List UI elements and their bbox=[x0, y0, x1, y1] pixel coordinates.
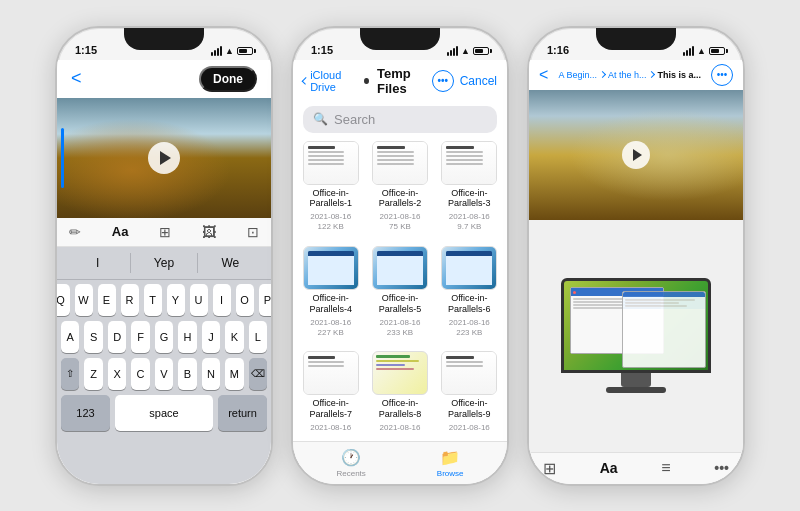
key-f[interactable]: F bbox=[131, 321, 149, 353]
p1-sticker-icon[interactable]: ⊡ bbox=[247, 224, 259, 240]
breadcrumb-chevron-2 bbox=[648, 71, 655, 78]
suggestion-i[interactable]: I bbox=[65, 253, 131, 273]
key-space[interactable]: space bbox=[115, 395, 213, 431]
p1-play-button[interactable] bbox=[148, 142, 180, 174]
file-item-6[interactable]: Office-in-Parallels-6 2021-08-16223 KB bbox=[438, 246, 501, 345]
p2-tab-recents[interactable]: 🕐 Recents bbox=[336, 448, 365, 478]
key-d[interactable]: D bbox=[108, 321, 126, 353]
key-v[interactable]: V bbox=[155, 358, 173, 390]
signal-icon-1 bbox=[211, 46, 222, 56]
file-item-7[interactable]: Office-in-Parallels-7 2021-08-16 bbox=[299, 351, 362, 440]
p3-play-button[interactable] bbox=[622, 141, 650, 169]
suggestion-we[interactable]: We bbox=[198, 253, 263, 273]
file-item-5[interactable]: Office-in-Parallels-5 2021-08-16233 KB bbox=[368, 246, 431, 345]
play-triangle-icon-3 bbox=[633, 149, 642, 161]
p3-more-button[interactable]: ••• bbox=[711, 64, 733, 86]
battery-icon-3 bbox=[709, 47, 725, 55]
key-c[interactable]: C bbox=[131, 358, 149, 390]
key-o[interactable]: O bbox=[236, 284, 254, 316]
p3-aa-button[interactable]: Aa bbox=[600, 460, 618, 476]
phone-3: 1:16 ▲ < A Begin... At the h... This is … bbox=[527, 26, 745, 486]
key-q[interactable]: Q bbox=[57, 284, 70, 316]
file-item-1[interactable]: Office-in-Parallels-1 2021-08-16122 KB bbox=[299, 141, 362, 240]
file-item-2[interactable]: Office-in-Parallels-2 2021-08-1675 KB bbox=[368, 141, 431, 240]
p1-video-area bbox=[57, 98, 271, 218]
p2-back-button[interactable]: iCloud Drive bbox=[303, 69, 360, 93]
phone-1-content: < Done ✏ Aa ⊞ 🖼 ⊡ I Yep We bbox=[57, 60, 271, 484]
key-u[interactable]: U bbox=[190, 284, 208, 316]
p1-aa-icon[interactable]: Aa bbox=[112, 224, 129, 239]
p2-browse-label: Browse bbox=[437, 469, 464, 478]
suggestion-yep[interactable]: Yep bbox=[131, 253, 197, 273]
key-t[interactable]: T bbox=[144, 284, 162, 316]
file-name-2: Office-in-Parallels-2 bbox=[379, 188, 422, 210]
p3-header: < A Begin... At the h... This is a... ••… bbox=[529, 60, 743, 90]
file-meta-1: 2021-08-16122 KB bbox=[310, 212, 351, 233]
p2-more-button[interactable]: ••• bbox=[432, 70, 454, 92]
file-meta-8: 2021-08-16 bbox=[380, 423, 421, 433]
key-r[interactable]: R bbox=[121, 284, 139, 316]
key-a[interactable]: A bbox=[61, 321, 79, 353]
p2-cancel-button[interactable]: Cancel bbox=[460, 74, 497, 88]
p1-header: < Done bbox=[57, 60, 271, 98]
key-n[interactable]: N bbox=[202, 358, 220, 390]
key-y[interactable]: Y bbox=[167, 284, 185, 316]
key-e[interactable]: E bbox=[98, 284, 116, 316]
file-item-4[interactable]: Office-in-Parallels-4 2021-08-16227 KB bbox=[299, 246, 362, 345]
key-x[interactable]: X bbox=[108, 358, 126, 390]
key-m[interactable]: M bbox=[225, 358, 243, 390]
notch-2 bbox=[360, 28, 440, 50]
file-item-9[interactable]: Office-in-Parallels-9 2021-08-16 bbox=[438, 351, 501, 440]
phone-1: 1:15 ▲ < Done bbox=[55, 26, 273, 486]
p1-pen-icon[interactable]: ✏ bbox=[69, 224, 81, 240]
file-name-7: Office-in-Parallels-7 bbox=[309, 398, 352, 420]
file-item-3[interactable]: Office-in-Parallels-3 2021-08-169.7 KB bbox=[438, 141, 501, 240]
play-triangle-icon bbox=[160, 151, 171, 165]
key-b[interactable]: B bbox=[178, 358, 196, 390]
key-g[interactable]: G bbox=[155, 321, 173, 353]
key-delete[interactable]: ⌫ bbox=[249, 358, 267, 390]
key-k[interactable]: K bbox=[225, 321, 243, 353]
key-i[interactable]: I bbox=[213, 284, 231, 316]
status-icons-3: ▲ bbox=[683, 46, 725, 56]
key-p[interactable]: P bbox=[259, 284, 272, 316]
file-name-5: Office-in-Parallels-5 bbox=[379, 293, 422, 315]
p2-back-label: iCloud Drive bbox=[310, 69, 360, 93]
key-s[interactable]: S bbox=[84, 321, 102, 353]
key-shift[interactable]: ⇧ bbox=[61, 358, 79, 390]
file-meta-4: 2021-08-16227 KB bbox=[310, 318, 351, 339]
key-j[interactable]: J bbox=[202, 321, 220, 353]
p3-breadcrumb: A Begin... At the h... This is a... bbox=[548, 70, 711, 80]
key-l[interactable]: L bbox=[249, 321, 267, 353]
p3-monitor-base bbox=[606, 387, 666, 393]
p1-back-button[interactable]: < bbox=[71, 68, 82, 89]
file-thumb-9 bbox=[441, 351, 497, 395]
p3-more-icon[interactable]: ••• bbox=[714, 460, 729, 476]
file-thumb-5 bbox=[372, 246, 428, 290]
battery-icon-2 bbox=[473, 47, 489, 55]
key-123[interactable]: 123 bbox=[61, 395, 110, 431]
p1-toolbar: ✏ Aa ⊞ 🖼 ⊡ bbox=[57, 218, 271, 247]
key-h[interactable]: H bbox=[178, 321, 196, 353]
key-return[interactable]: return bbox=[218, 395, 267, 431]
key-z[interactable]: Z bbox=[84, 358, 102, 390]
p1-done-button[interactable]: Done bbox=[199, 66, 257, 92]
p2-recents-label: Recents bbox=[336, 469, 365, 478]
p3-back-button[interactable]: < bbox=[539, 66, 548, 84]
p3-list-icon[interactable]: ≡ bbox=[661, 459, 670, 477]
screenshot-thumbnail-6 bbox=[442, 247, 496, 289]
file-name-9: Office-in-Parallels-9 bbox=[448, 398, 491, 420]
breadcrumb-part-2[interactable]: At the h... bbox=[608, 70, 647, 80]
p1-grid-icon[interactable]: ⊞ bbox=[159, 224, 171, 240]
time-2: 1:15 bbox=[311, 44, 333, 56]
file-thumb-2 bbox=[372, 141, 428, 185]
file-thumb-8 bbox=[372, 351, 428, 395]
key-w[interactable]: W bbox=[75, 284, 93, 316]
p2-search-bar[interactable]: 🔍 Search bbox=[303, 106, 497, 133]
p2-tab-browse[interactable]: 📁 Browse bbox=[437, 448, 464, 478]
breadcrumb-part-1[interactable]: A Begin... bbox=[558, 70, 597, 80]
p1-photo-icon[interactable]: 🖼 bbox=[202, 224, 216, 240]
doc-thumbnail-7 bbox=[304, 352, 358, 394]
p3-share-icon[interactable]: ⊞ bbox=[543, 459, 556, 478]
file-item-8[interactable]: Office-in-Parallels-8 2021-08-16 bbox=[368, 351, 431, 440]
